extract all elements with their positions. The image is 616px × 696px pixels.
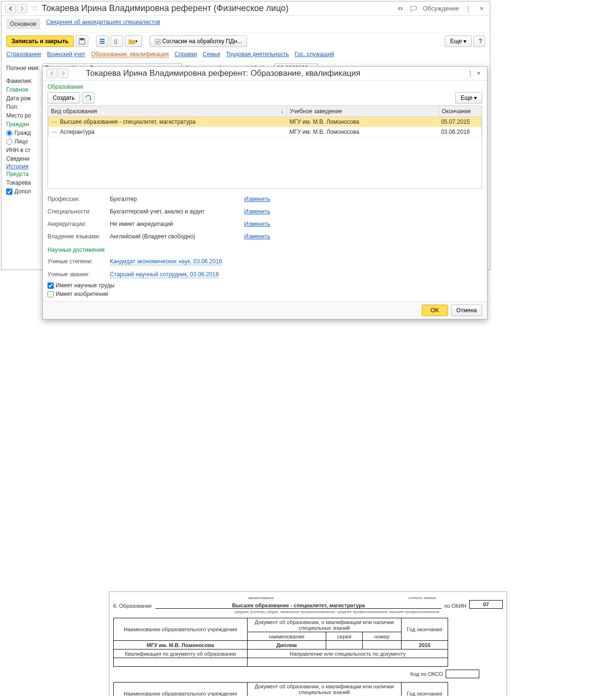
sub-close-icon[interactable]: × — [474, 69, 483, 78]
sub-nav-forward[interactable] — [58, 69, 69, 78]
tab-insurance[interactable]: Страхование — [6, 51, 41, 58]
help-button[interactable]: ? — [474, 35, 485, 47]
svg-rect-1 — [80, 38, 84, 40]
sub-more-button[interactable]: Еще ▾ — [455, 92, 482, 104]
ok-button[interactable]: OK — [422, 305, 448, 316]
col-end[interactable]: Окончание — [438, 106, 482, 117]
titles-link[interactable]: Старший научный сотрудник, 03.06.2018 — [110, 271, 219, 278]
degrees-label: Ученые степени: — [47, 258, 110, 265]
professions-label: Профессии: — [47, 196, 110, 202]
nav-back-button[interactable] — [5, 4, 16, 13]
close-icon[interactable]: × — [477, 4, 486, 13]
check-addl[interactable] — [6, 189, 12, 195]
t2-okso-box-1 — [446, 670, 479, 678]
sub-titlebar: Токарева Ирина Владимировна референт: Об… — [43, 67, 487, 81]
accred-change[interactable]: Изменить — [244, 221, 270, 227]
link-icon[interactable] — [396, 4, 404, 13]
t2-caption-name: наименование — [180, 596, 342, 600]
sub-toolbar: Создать Еще ▾ — [47, 92, 482, 104]
t2-okso-label-1: Код по ОКСО — [407, 671, 446, 677]
check-works-label: Имеет научные труды — [56, 282, 115, 289]
professions-change[interactable]: Изменить — [244, 196, 270, 202]
check-inventions[interactable] — [47, 291, 54, 297]
consent-button[interactable]: Согласие на обработку ПДн... — [150, 35, 247, 47]
achievements-head: Научные достижения — [47, 247, 482, 253]
col-type[interactable]: Вид образования↓ — [48, 106, 287, 117]
list-button[interactable] — [96, 35, 108, 47]
radio-citizen-label: Гражд — [14, 130, 31, 136]
main-tabs: Основное Сведения об аккредитациях специ… — [1, 16, 490, 33]
t2-section6-label: 6. Образование — [113, 603, 155, 609]
sub-footer: OK Отмена — [43, 301, 487, 319]
t2-form: наименованиестепень знания 6. Образовани… — [109, 591, 507, 696]
professions-value: Бухгалтер — [110, 196, 244, 202]
specialties-change[interactable]: Изменить — [244, 208, 270, 215]
education-table: Вид образования↓ Учебное заведение Оконч… — [47, 106, 482, 117]
discuss-icon[interactable] — [409, 4, 418, 13]
lang-change[interactable]: Изменить — [244, 233, 270, 240]
sub-title: Токарева Ирина Владимировна референт: Об… — [86, 69, 466, 78]
refresh-button[interactable] — [82, 92, 95, 104]
lang-label: Владение языками: — [47, 233, 110, 240]
cancel-button[interactable]: Отмена — [451, 305, 482, 316]
tab-refs[interactable]: Справки — [175, 51, 197, 58]
tab-labor[interactable]: Трудовая деятельность — [226, 51, 289, 58]
fullname-label: Полное имя: — [6, 65, 40, 71]
save-close-button[interactable]: Записать и закрыть — [6, 35, 74, 47]
t2-okin-label: по ОКИН — [441, 603, 469, 609]
check-works[interactable] — [47, 283, 54, 289]
t2-section6-row: 6. Образование Высшее образование - спец… — [113, 600, 503, 609]
main-toolbar: Записать и закрыть ▾ Согласие на обработ… — [1, 33, 490, 50]
tab-accreditation[interactable]: Сведения об аккредитациях специалистов — [46, 19, 160, 29]
accred-label: Аккредитации: — [47, 221, 110, 227]
star-icon[interactable] — [30, 4, 39, 13]
education-window: Токарева Ирина Владимировна референт: Об… — [42, 66, 487, 319]
save-button[interactable] — [76, 35, 88, 47]
radio-person-label: Лицо — [14, 138, 28, 145]
t2-edu-subcaption: среднее (полное) общее, начальное профес… — [171, 610, 503, 614]
t2-caption-level: степень знания — [342, 596, 503, 600]
window-title: Токарева Ирина Владимировна референт (Фи… — [42, 3, 396, 13]
t2-okin-value: 07 — [469, 600, 503, 609]
lang-value: Английский (Владеет свободно) — [110, 233, 244, 240]
education-section-head: Образование — [47, 83, 482, 90]
tab-education[interactable]: Образование, квалификация — [91, 51, 169, 58]
tab-main[interactable]: Основное — [6, 19, 40, 29]
check-inventions-label: Имеет изобретения — [56, 291, 108, 297]
check-addl-label: Допол — [14, 188, 31, 195]
sub-nav-back[interactable] — [47, 69, 57, 78]
tab-gov[interactable]: Гос. служащий — [295, 51, 334, 58]
col-institution[interactable]: Учебное заведение — [286, 106, 438, 117]
folder-button[interactable]: ▾ — [125, 35, 142, 47]
degrees-link[interactable]: Кандидат экономических наук, 03.06.2018 — [110, 258, 222, 265]
titles-label: Ученые звания: — [47, 271, 110, 278]
create-button[interactable]: Создать — [47, 92, 80, 104]
table-row[interactable]: АспирантураМГУ им. М.В. Ломоносова03.06.… — [48, 127, 482, 137]
t2-table2: Наименование образовательного учреждения… — [113, 682, 448, 696]
specialties-value: Бухгалтерский учет, анализ и аудит — [110, 208, 244, 215]
tab-family[interactable]: Семья — [203, 51, 220, 58]
discuss-link[interactable]: Обсуждение — [423, 5, 459, 12]
sub-more-icon[interactable]: ⋮ — [466, 69, 474, 78]
radio-person[interactable] — [6, 139, 12, 145]
radio-citizen[interactable] — [6, 130, 12, 136]
more-menu-icon[interactable]: ⋮ — [464, 4, 473, 13]
attach-button[interactable] — [110, 35, 123, 47]
table-row[interactable]: Высшее образование - специалитет, магист… — [48, 117, 482, 127]
accred-value: Не имеет аккредитаций — [110, 221, 244, 227]
link-tabs: Страхование Воинский учет Образование, к… — [1, 50, 490, 61]
more-button[interactable]: Еще ▾ — [445, 35, 472, 47]
t2-edu-value: Высшее образование - специалитет, магист… — [155, 602, 441, 609]
tab-military[interactable]: Воинский учет — [47, 51, 85, 58]
nav-forward-button[interactable] — [17, 4, 27, 13]
specialties-label: Специальности: — [47, 208, 110, 215]
t2-table1: Наименование образовательного учреждения… — [113, 618, 448, 667]
main-titlebar: Токарева Ирина Владимировна референт (Фи… — [1, 1, 490, 16]
